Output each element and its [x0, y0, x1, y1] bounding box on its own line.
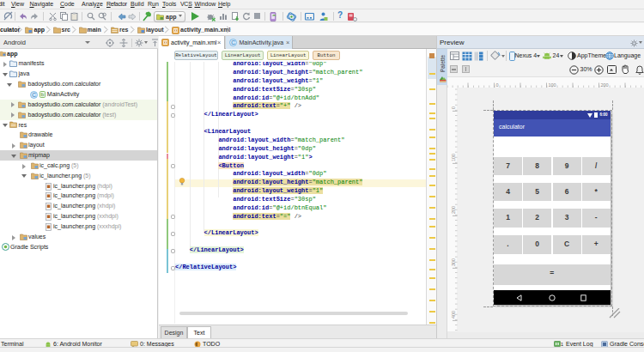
- svg-text:Palette: Palette: [440, 54, 446, 72]
- svg-text:200: 200: [451, 206, 456, 214]
- svg-text:0: 0: [496, 82, 499, 88]
- svg-text:400: 400: [451, 311, 456, 319]
- svg-text:200: 200: [601, 82, 609, 88]
- svg-text:100: 100: [451, 154, 456, 161]
- svg-text:C: C: [231, 39, 235, 46]
- svg-text:C: C: [32, 92, 36, 98]
- svg-text:100: 100: [549, 82, 556, 88]
- svg-text:300: 300: [451, 258, 456, 266]
- svg-text:0: 0: [451, 106, 456, 109]
